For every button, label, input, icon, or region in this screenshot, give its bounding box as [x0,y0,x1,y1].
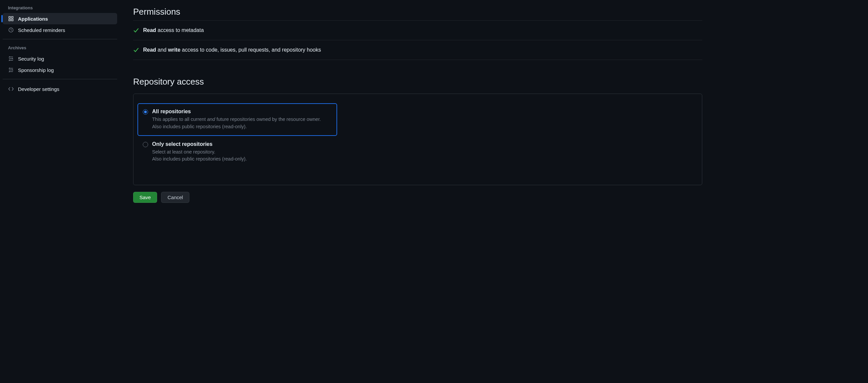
log-icon [8,67,14,73]
sidebar-item-applications[interactable]: Applications [3,13,117,24]
clock-icon [8,27,14,33]
sidebar-item-label: Security log [18,56,44,62]
radio-option-only-select-repositories[interactable]: Only select repositories Select at least… [137,136,337,169]
save-button[interactable]: Save [133,192,157,203]
radio-indicator [143,142,148,147]
radio-description: Select at least one repository. Also inc… [152,149,247,163]
permission-text: Read access to metadata [143,27,204,33]
code-icon [8,86,14,92]
repository-access-section: Repository access All repositories This … [133,77,702,203]
sidebar-item-scheduled-reminders[interactable]: Scheduled reminders [3,24,117,36]
permission-row: Read access to metadata [133,21,702,40]
permission-row: Read and write access to code, issues, p… [133,40,702,60]
log-icon [8,56,14,62]
settings-sidebar: Integrations Applications Scheduled remi… [0,0,120,383]
sidebar-heading-archives: Archives [3,43,117,53]
repo-access-radio-group: All repositories This applies to all cur… [137,103,337,168]
sidebar-item-sponsorship-log[interactable]: Sponsorship log [3,64,117,76]
sidebar-item-label: Scheduled reminders [18,27,65,33]
apps-icon [8,16,14,22]
radio-description: This applies to all current and future r… [152,116,321,130]
cancel-button[interactable]: Cancel [161,192,189,203]
sidebar-item-security-log[interactable]: Security log [3,53,117,64]
sidebar-item-label: Developer settings [18,86,59,92]
action-buttons: Save Cancel [133,192,702,203]
check-icon [133,27,139,33]
sidebar-item-label: Applications [18,16,48,22]
repository-access-box: All repositories This applies to all cur… [133,94,702,185]
radio-indicator [143,109,148,115]
radio-option-all-repositories[interactable]: All repositories This applies to all cur… [137,103,337,136]
main-content: Permissions Read access to metadata Read… [120,0,719,383]
repository-access-title: Repository access [133,77,702,90]
sidebar-divider [3,79,117,79]
sidebar-item-developer-settings[interactable]: Developer settings [3,83,117,95]
sidebar-divider [3,39,117,39]
sidebar-heading-integrations: Integrations [3,3,117,13]
radio-label: All repositories [152,109,321,115]
permission-text: Read and write access to code, issues, p… [143,47,321,53]
sidebar-item-label: Sponsorship log [18,67,54,73]
radio-label: Only select repositories [152,141,247,147]
permissions-title: Permissions [133,7,702,21]
check-icon [133,47,139,53]
